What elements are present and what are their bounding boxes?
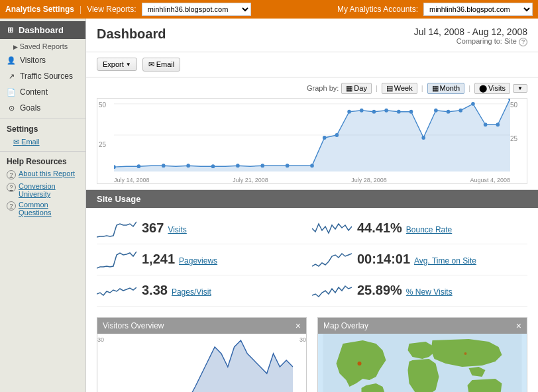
graph-dropdown-button[interactable]: ▼ — [513, 84, 527, 93]
bounce-link[interactable]: Bounce Rate — [406, 225, 452, 234]
help-icon-conversion: ? — [7, 183, 16, 192]
pageviews-value-label: 1,241 Pageviews — [142, 252, 217, 267]
content-icon: 📄 — [7, 87, 16, 97]
visitors-chart-svg — [111, 334, 293, 393]
sidebar-common-link[interactable]: ? Common Questions — [0, 199, 85, 218]
date-range-text: Jul 14, 2008 - Aug 12, 2008 — [414, 26, 527, 37]
map-panel-body — [318, 334, 527, 393]
new-visits-value: 25.89% — [357, 283, 402, 298]
sparkline-new-visits — [312, 281, 352, 301]
sidebar-visitors-label: Visitors — [20, 56, 46, 65]
sparkline-avg-time — [312, 250, 352, 270]
map-panel-close[interactable]: × — [516, 320, 521, 331]
sidebar-item-dashboard[interactable]: ⊞ Dashboard — [0, 21, 85, 39]
avg-time-value-label: 00:14:01 Avg. Time on Site — [357, 252, 476, 267]
date-range: Jul 14, 2008 - Aug 12, 2008 Comparing to… — [414, 26, 527, 46]
email-button[interactable]: ✉ Email — [142, 58, 181, 72]
main-layout: ⊞ Dashboard Saved Reports 👤 Visitors ↗ T… — [0, 19, 538, 392]
export-button[interactable]: Export ▼ — [97, 58, 137, 71]
visits-value: 367 — [142, 220, 164, 236]
map-panel-header: Map Overlay × — [318, 318, 527, 334]
svg-point-28 — [358, 362, 362, 366]
visits-link[interactable]: Visits — [168, 225, 186, 234]
toolbar: Export ▼ ✉ Email — [86, 52, 538, 77]
y-label-50: 50 — [97, 101, 114, 109]
week-button[interactable]: ▤ Week — [382, 83, 417, 94]
x-label-jul28: July 28, 2008 — [351, 177, 387, 183]
analytics-settings-link[interactable]: Analytics Settings — [5, 5, 74, 14]
y-label-right-25: 25 — [510, 135, 527, 142]
metric-new-visits: 25.89% % New Visits — [312, 275, 527, 307]
new-visits-link[interactable]: % New Visits — [406, 287, 453, 297]
sidebar-traffic-label: Traffic Sources — [20, 72, 73, 81]
help-icon-common: ? — [7, 201, 16, 211]
top-bar: Analytics Settings | View Reports: minhl… — [0, 0, 538, 19]
visitors-overview-panel: Visitors Overview × 30 15 30 15 — [97, 317, 307, 393]
day-icon: ▦ — [346, 84, 352, 93]
export-label: Export — [103, 60, 124, 68]
x-label-jul21: July 21, 2008 — [233, 177, 268, 183]
pageviews-link[interactable]: Pageviews — [179, 256, 217, 266]
bounce-value: 44.41% — [357, 220, 402, 236]
svg-point-23 — [471, 101, 475, 105]
page-title: Dashboard — [97, 26, 166, 42]
metric-avg-time: 00:14:01 Avg. Time on Site — [312, 244, 527, 275]
week-icon: ▤ — [386, 84, 393, 93]
visitors-icon: 👤 — [7, 56, 16, 65]
graph-dropdown-arrow: ▼ — [517, 85, 523, 91]
pages-visit-value: 3.38 — [142, 283, 168, 298]
site-usage-grid: 367 Visits 1,241 Pageviews — [86, 208, 538, 312]
svg-point-17 — [397, 109, 401, 113]
about-label: About this Report — [19, 170, 75, 177]
svg-point-6 — [211, 164, 215, 168]
sidebar-item-content[interactable]: 📄 Content — [0, 84, 85, 100]
visitors-panel-close[interactable]: × — [296, 320, 301, 331]
right-metrics: 44.41% Bounce Rate 00:14:01 Avg. Time on… — [312, 213, 527, 307]
month-label: Month — [440, 84, 460, 92]
pages-visit-link[interactable]: Pages/Visit — [172, 287, 211, 297]
new-visits-value-label: 25.89% % New Visits — [357, 283, 453, 298]
visits-value-label: 367 Visits — [142, 220, 187, 236]
goals-icon: ⊙ — [7, 103, 16, 113]
v-y-right-30: 30 — [293, 336, 306, 343]
svg-point-19 — [421, 135, 425, 139]
metric-pageviews: 1,241 Pageviews — [97, 244, 312, 275]
sparkline-visits — [97, 219, 136, 238]
svg-point-24 — [484, 122, 488, 126]
visits-button[interactable]: ⬤ Visits — [474, 83, 510, 94]
sidebar-email-link[interactable]: ✉ Email — [0, 136, 85, 148]
day-button[interactable]: ▦ Day — [341, 83, 372, 94]
comparing-text: Comparing to: Site ? — [414, 37, 527, 46]
sidebar-about-link[interactable]: ? About this Report — [0, 168, 85, 181]
sparkline-pageviews — [97, 250, 136, 270]
svg-point-3 — [137, 164, 141, 168]
svg-point-14 — [360, 108, 364, 112]
month-button[interactable]: ▦ Month — [427, 83, 465, 94]
view-reports-label: View Reports: — [87, 5, 136, 14]
svg-point-5 — [186, 164, 190, 168]
sidebar-saved-reports[interactable]: Saved Reports — [0, 40, 85, 52]
metric-pages-visit: 3.38 Pages/Visit — [97, 275, 312, 307]
left-metrics: 367 Visits 1,241 Pageviews — [97, 213, 312, 307]
sidebar-item-goals[interactable]: ⊙ Goals — [0, 100, 85, 116]
accounts-selector[interactable]: minhlinh36.blogspot.com — [423, 3, 533, 16]
map-svg — [318, 334, 527, 393]
svg-point-25 — [496, 122, 500, 126]
my-accounts-label: My Analytics Accounts: — [337, 5, 418, 14]
sidebar-settings-label: Settings — [0, 119, 85, 136]
svg-point-20 — [434, 108, 438, 112]
visitors-panel-title: Visitors Overview — [103, 321, 164, 330]
sidebar-item-visitors[interactable]: 👤 Visitors — [0, 52, 85, 68]
site-selector[interactable]: minhlinh36.blogspot.com — [142, 3, 251, 16]
conversion-label: Conversion University — [19, 182, 79, 198]
sidebar-item-traffic-sources[interactable]: ↗ Traffic Sources — [0, 68, 85, 84]
sidebar-conversion-link[interactable]: ? Conversion University — [0, 181, 85, 199]
svg-point-12 — [335, 133, 339, 137]
info-icon[interactable]: ? — [519, 38, 527, 46]
visits-label: Visits — [488, 84, 506, 92]
sparkline-bounce-rate — [312, 219, 352, 238]
svg-point-4 — [162, 164, 166, 168]
svg-point-11 — [323, 135, 327, 139]
avg-time-link[interactable]: Avg. Time on Site — [414, 256, 476, 266]
sparkline-pages-visit — [97, 281, 136, 301]
